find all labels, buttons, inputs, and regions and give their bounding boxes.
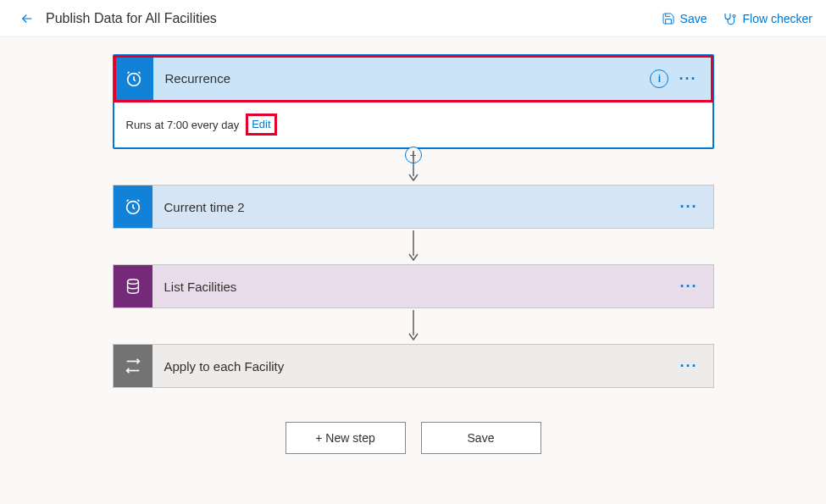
save-icon [662, 12, 675, 25]
step-apply-each-actions: ··· [676, 355, 712, 377]
connector-1: + [407, 149, 420, 185]
step-current-time-title: Current time 2 [152, 200, 677, 214]
step-list-facilities-actions: ··· [676, 275, 712, 297]
database-icon [114, 265, 152, 307]
step-apply-each-header[interactable]: Apply to each Facility ··· [113, 344, 714, 388]
more-menu[interactable]: ··· [676, 196, 701, 218]
step-list-facilities-header[interactable]: List Facilities ··· [113, 264, 714, 308]
step-list-facilities-title: List Facilities [152, 280, 677, 294]
edit-link[interactable]: Edit [246, 114, 276, 136]
page-title: Publish Data for All Facilities [46, 11, 217, 26]
svg-point-0 [733, 14, 735, 17]
svg-point-5 [127, 280, 138, 285]
step-apply-each-title: Apply to each Facility [152, 359, 677, 374]
arrow-left-icon [19, 11, 35, 26]
step-recurrence[interactable]: Recurrence i ··· Runs at 7:00 every day … [113, 54, 714, 149]
more-menu[interactable]: ··· [676, 355, 701, 377]
step-current-time-actions: ··· [676, 196, 712, 218]
save-label: Save [680, 12, 707, 25]
step-recurrence-header[interactable]: Recurrence i ··· [114, 56, 712, 102]
step-recurrence-title: Recurrence [153, 71, 651, 86]
clock-icon [114, 186, 152, 228]
back-button[interactable] [14, 5, 41, 32]
info-icon[interactable]: i [650, 69, 668, 88]
step-current-time-header[interactable]: Current time 2 ··· [113, 185, 714, 229]
recurrence-details: Runs at 7:00 every day Edit [114, 102, 712, 147]
more-menu[interactable]: ··· [676, 275, 701, 297]
connector-3 [407, 308, 420, 344]
step-recurrence-actions: i ··· [650, 68, 712, 90]
step-apply-each[interactable]: Apply to each Facility ··· [113, 344, 714, 388]
flow-checker-label: Flow checker [743, 12, 812, 25]
loop-icon [114, 345, 152, 387]
top-bar: Publish Data for All Facilities Save Flo… [0, 0, 826, 37]
stethoscope-icon [723, 11, 738, 26]
bottom-actions: + New step Save [285, 422, 541, 454]
save-action[interactable]: Save [662, 12, 707, 25]
connector-2 [407, 229, 420, 264]
flow-canvas: Recurrence i ··· Runs at 7:00 every day … [0, 37, 826, 454]
step-current-time[interactable]: Current time 2 ··· [113, 185, 714, 229]
more-menu[interactable]: ··· [675, 68, 700, 90]
new-step-button[interactable]: + New step [285, 422, 406, 454]
step-list-facilities[interactable]: List Facilities ··· [113, 264, 714, 308]
clock-icon [114, 56, 153, 101]
recurrence-schedule-text: Runs at 7:00 every day [126, 119, 240, 131]
save-button[interactable]: Save [421, 422, 541, 454]
flow-checker-action[interactable]: Flow checker [723, 11, 812, 26]
topbar-actions: Save Flow checker [662, 11, 812, 26]
